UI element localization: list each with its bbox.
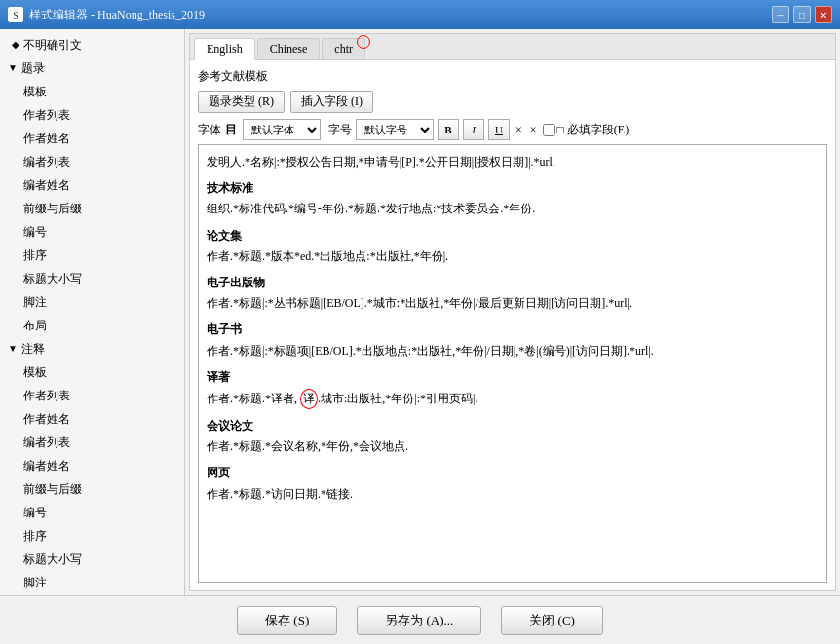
underline-button[interactable]: U bbox=[488, 119, 510, 140]
sidebar-item-uncertain-citation[interactable]: ◆ 不明确引文 bbox=[0, 33, 184, 57]
sidebar-item-toc-case[interactable]: 标题大小写 bbox=[0, 267, 184, 290]
sidebar-item-toc-author-list[interactable]: 作者列表 bbox=[0, 103, 184, 127]
content-title-translation: 译著 bbox=[207, 368, 819, 387]
content-text-anthology: 作者.*标题.*版本*ed.*出版地点:*出版社,*年份|. bbox=[207, 247, 819, 266]
sidebar-label: 布局 bbox=[23, 316, 47, 335]
required-field-label[interactable]: □ 必填字段(E) bbox=[543, 122, 630, 138]
sidebar-item-ann-layout[interactable]: 布局 bbox=[0, 594, 184, 595]
sidebar-item-ann-template[interactable]: 模板 bbox=[0, 360, 184, 384]
sidebar-label: 编者姓名 bbox=[23, 175, 70, 195]
sidebar-item-ann-prefix-suffix[interactable]: 前缀与后缀 bbox=[0, 477, 184, 501]
sidebar-group-toc[interactable]: ▼ 题录 bbox=[0, 57, 184, 80]
bullet-icon: ◆ bbox=[12, 35, 19, 55]
sidebar-label: 作者列表 bbox=[23, 386, 70, 405]
content-text-epublication: 作者.*标题|:*丛书标题|[EB/OL].*城市:*出版社,*年份|/最后更新… bbox=[207, 294, 819, 313]
content-text-ebook: 作者.*标题|:*标题项|[EB/OL].*出版地点:*出版社,*年份|/日期|… bbox=[207, 342, 819, 360]
sidebar-label: 模板 bbox=[23, 82, 47, 101]
sidebar-label: 作者姓名 bbox=[23, 129, 70, 148]
italic-button[interactable]: I bbox=[463, 119, 484, 140]
sidebar-label: 不明确引文 bbox=[23, 35, 82, 55]
panel-content: 参考文献模板 题录类型 (R) 插入字段 (I) 字体 目 默认字体 字号 默认… bbox=[190, 60, 835, 590]
sidebar-item-toc-editor-name[interactable]: 编者姓名 bbox=[0, 173, 184, 197]
sidebar-item-ann-number[interactable]: 编号 bbox=[0, 501, 184, 524]
sidebar-label: 模板 bbox=[23, 362, 47, 382]
content-text-webpage: 作者.*标题.*访问日期.*链接. bbox=[207, 485, 819, 504]
required-field-text: □ 必填字段(E) bbox=[557, 122, 630, 138]
required-field-checkbox[interactable] bbox=[543, 124, 555, 136]
tab-english[interactable]: English bbox=[194, 38, 255, 60]
sidebar-item-ann-author-list[interactable]: 作者列表 bbox=[0, 384, 184, 407]
app-icon: S bbox=[8, 7, 23, 22]
restore-button[interactable]: □ bbox=[793, 6, 811, 23]
sidebar-label: 前缀与后缀 bbox=[23, 199, 82, 218]
section-label: 参考文献模板 bbox=[198, 68, 827, 85]
sidebar-label: 编者姓名 bbox=[23, 456, 70, 475]
sidebar-label: 题录 bbox=[21, 58, 45, 78]
content-title-anthology: 论文集 bbox=[207, 227, 819, 246]
size-select[interactable]: 默认字号 bbox=[356, 119, 434, 140]
sidebar-label: 编号 bbox=[23, 503, 47, 522]
sidebar-item-toc-layout[interactable]: 布局 bbox=[0, 314, 184, 337]
size-label: 字号 bbox=[328, 122, 352, 138]
bottom-bar: 保存 (S) 另存为 (A)... 关闭 (C) bbox=[0, 595, 840, 644]
sidebar-label: 标题大小写 bbox=[23, 549, 82, 569]
content-area[interactable]: 发明人.*名称|:*授权公告日期,*申请号|[P].*公开日期|[授权日期]|.… bbox=[198, 144, 827, 583]
sidebar-label: 注释 bbox=[21, 339, 45, 359]
content-section-conference: 会议论文 作者.*标题.*会议名称,*年份,*会议地点. bbox=[207, 417, 819, 456]
sidebar-label: 编者列表 bbox=[23, 433, 70, 452]
sidebar-group-annotation[interactable]: ▼ 注释 bbox=[0, 337, 184, 360]
circle-highlight-translation: 译 bbox=[300, 389, 318, 409]
sidebar-label: 作者姓名 bbox=[23, 409, 70, 429]
save-as-button[interactable]: 另存为 (A)... bbox=[357, 606, 481, 635]
close-window-button[interactable]: ✕ bbox=[815, 6, 832, 23]
font-select[interactable]: 默认字体 bbox=[243, 119, 321, 140]
content-title-tech-standard: 技术标准 bbox=[207, 179, 819, 198]
tab-chtr[interactable]: chtr bbox=[322, 38, 365, 59]
font-label: 字体 bbox=[198, 122, 221, 138]
sidebar-label: 脚注 bbox=[23, 573, 47, 592]
sidebar-item-toc-template[interactable]: 模板 bbox=[0, 80, 184, 103]
content-text-tech-standard: 组织.*标准代码.*编号-年份.*标题.*发行地点:*技术委员会.*年份. bbox=[207, 200, 819, 218]
content-section-anthology: 论文集 作者.*标题.*版本*ed.*出版地点:*出版社,*年份|. bbox=[207, 227, 819, 266]
sidebar-label: 作者列表 bbox=[23, 105, 70, 125]
content-text-patent: 发明人.*名称|:*授权公告日期,*申请号|[P].*公开日期|[授权日期]|.… bbox=[207, 153, 819, 171]
content-title-conference: 会议论文 bbox=[207, 417, 819, 436]
window-title: 样式编辑器 - HuaNong_thesis_2019 bbox=[29, 7, 205, 23]
save-button[interactable]: 保存 (S) bbox=[237, 606, 337, 635]
sidebar-item-toc-author-name[interactable]: 作者姓名 bbox=[0, 127, 184, 150]
sidebar-item-ann-editor-name[interactable]: 编者姓名 bbox=[0, 454, 184, 477]
sidebar-label: 编者列表 bbox=[23, 152, 70, 171]
font-icon: 目 bbox=[225, 122, 237, 138]
sidebar-item-ann-footnote[interactable]: 脚注 bbox=[0, 571, 184, 594]
insert-field-button[interactable]: 插入字段 (I) bbox=[290, 91, 373, 113]
sidebar-item-toc-footnote[interactable]: 脚注 bbox=[0, 290, 184, 314]
sidebar-item-toc-editor-list[interactable]: 编者列表 bbox=[0, 150, 184, 173]
tab-bar: English Chinese chtr bbox=[190, 34, 835, 60]
circle-annotation bbox=[357, 35, 370, 49]
content-text-conference: 作者.*标题.*会议名称,*年份,*会议地点. bbox=[207, 437, 819, 456]
sidebar-label: 编号 bbox=[23, 222, 47, 242]
content-title-epublication: 电子出版物 bbox=[207, 274, 819, 292]
sidebar-item-ann-author-name[interactable]: 作者姓名 bbox=[0, 407, 184, 431]
sidebar-item-toc-prefix-suffix[interactable]: 前缀与后缀 bbox=[0, 197, 184, 220]
content-title-ebook: 电子书 bbox=[207, 321, 819, 339]
titlebar: S 样式编辑器 - HuaNong_thesis_2019 ─ □ ✕ bbox=[0, 0, 840, 29]
sidebar-label: 排序 bbox=[23, 526, 47, 546]
bold-button[interactable]: B bbox=[438, 119, 459, 140]
content-title-webpage: 网页 bbox=[207, 464, 819, 482]
sidebar-item-ann-editor-list[interactable]: 编者列表 bbox=[0, 431, 184, 454]
sidebar: ◆ 不明确引文 ▼ 题录 模板 作者列表 作者姓名 编者列表 编者姓名 前缀与后… bbox=[0, 29, 185, 595]
separator-x1: × bbox=[515, 123, 522, 137]
close-button[interactable]: 关闭 (C) bbox=[501, 606, 603, 635]
entry-type-button[interactable]: 题录类型 (R) bbox=[198, 91, 285, 113]
sidebar-item-toc-number[interactable]: 编号 bbox=[0, 220, 184, 244]
tab-chinese[interactable]: Chinese bbox=[257, 38, 321, 59]
content-section-epublication: 电子出版物 作者.*标题|:*丛书标题|[EB/OL].*城市:*出版社,*年份… bbox=[207, 274, 819, 313]
sidebar-item-toc-order[interactable]: 排序 bbox=[0, 244, 184, 267]
sidebar-item-ann-case[interactable]: 标题大小写 bbox=[0, 548, 184, 571]
minimize-button[interactable]: ─ bbox=[772, 6, 789, 23]
sidebar-item-ann-order[interactable]: 排序 bbox=[0, 524, 184, 548]
titlebar-title-group: S 样式编辑器 - HuaNong_thesis_2019 bbox=[8, 7, 205, 23]
titlebar-controls: ─ □ ✕ bbox=[772, 6, 832, 23]
sidebar-label: 排序 bbox=[23, 246, 47, 265]
